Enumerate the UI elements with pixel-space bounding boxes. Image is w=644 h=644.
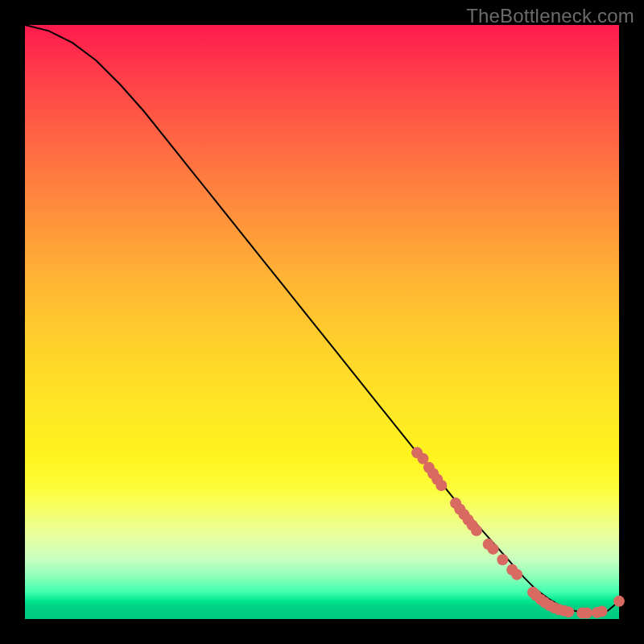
curve-line-path bbox=[25, 25, 619, 613]
scatter-point bbox=[471, 525, 482, 536]
scatter-point bbox=[488, 543, 499, 555]
chart-frame: TheBottleneck.com bbox=[0, 0, 644, 644]
scatter-point bbox=[613, 596, 625, 607]
watermark-text: TheBottleneck.com bbox=[466, 5, 634, 27]
scatter-point bbox=[597, 605, 608, 617]
scatter-point bbox=[436, 480, 447, 491]
scatter-point bbox=[497, 554, 508, 565]
scatter-point bbox=[581, 608, 592, 619]
scatter-points bbox=[411, 447, 625, 618]
scatter-point bbox=[511, 569, 522, 580]
curve-line bbox=[25, 25, 619, 613]
chart-overlay bbox=[25, 25, 619, 619]
scatter-point bbox=[563, 606, 574, 617]
